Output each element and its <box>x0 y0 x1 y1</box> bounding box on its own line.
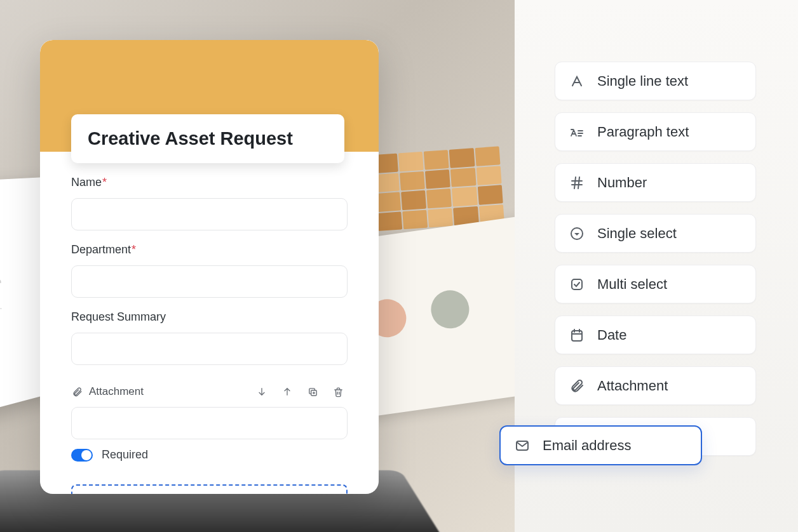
multi-select-icon <box>569 277 585 292</box>
field-type-label: Date <box>597 327 626 343</box>
field-type-label: Single select <box>597 225 677 242</box>
field-type-multi-select[interactable]: Multi select <box>555 265 756 303</box>
paperclip-icon <box>71 386 83 397</box>
field-label: Department* <box>71 243 348 256</box>
form-builder-card: Creative Asset Request Name* Department*… <box>40 40 379 494</box>
required-toggle-row: Required <box>71 448 348 462</box>
form-title-container[interactable]: Creative Asset Request <box>71 114 344 163</box>
field-type-single-line-text[interactable]: Single line text <box>555 62 756 100</box>
hash-icon <box>569 175 585 190</box>
attachment-input[interactable] <box>71 407 348 439</box>
calendar-icon <box>569 328 585 343</box>
single-select-icon <box>569 226 585 241</box>
field-request-summary: Request Summary <box>71 310 348 365</box>
field-type-number[interactable]: Number <box>555 163 756 202</box>
field-type-label: Single line text <box>597 73 688 90</box>
field-type-attachment[interactable]: Attachment <box>555 366 756 405</box>
request-summary-input[interactable] <box>71 333 348 365</box>
toggle-knob <box>81 450 91 460</box>
required-toggle[interactable] <box>71 449 93 462</box>
attachment-icon <box>569 378 585 394</box>
department-input[interactable] <box>71 265 348 298</box>
field-type-single-select[interactable]: Single select <box>555 214 756 253</box>
paragraph-icon <box>569 124 585 140</box>
form-body: Name* Department* Request Summary Attach… <box>71 176 348 494</box>
field-type-paragraph-text[interactable]: Paragraph text <box>555 112 756 151</box>
attachment-actions <box>256 386 348 397</box>
field-department: Department* <box>71 243 348 298</box>
duplicate-icon[interactable] <box>307 386 318 397</box>
delete-icon[interactable] <box>332 386 344 397</box>
field-type-label: Email address <box>543 437 631 454</box>
required-star: * <box>102 176 107 189</box>
move-up-icon[interactable] <box>281 386 293 397</box>
required-star: * <box>132 243 136 256</box>
field-label: Name* <box>71 176 348 189</box>
form-title: Creative Asset Request <box>88 128 293 149</box>
svg-rect-3 <box>572 331 582 341</box>
name-input[interactable] <box>71 198 348 230</box>
field-type-label: Number <box>597 175 647 191</box>
field-label: Request Summary <box>71 310 348 324</box>
attachment-label: Attachment <box>89 385 144 398</box>
attachment-field-header: Attachment <box>71 385 348 398</box>
required-label: Required <box>102 448 148 462</box>
field-type-label: Attachment <box>597 378 668 394</box>
attachment-label-group: Attachment <box>71 385 144 398</box>
email-icon <box>515 438 530 453</box>
svg-rect-2 <box>572 279 582 289</box>
field-type-label: Paragraph text <box>597 124 689 140</box>
field-type-label: Multi select <box>597 276 667 293</box>
field-name: Name* <box>71 176 348 230</box>
field-types-panel: Single line text Paragraph text Number S… <box>555 62 756 405</box>
move-down-icon[interactable] <box>256 386 267 397</box>
field-drop-zone[interactable] <box>71 484 348 494</box>
field-type-email-dragging[interactable]: Email address <box>499 425 702 465</box>
text-icon <box>569 74 585 89</box>
field-type-date[interactable]: Date <box>555 316 756 354</box>
